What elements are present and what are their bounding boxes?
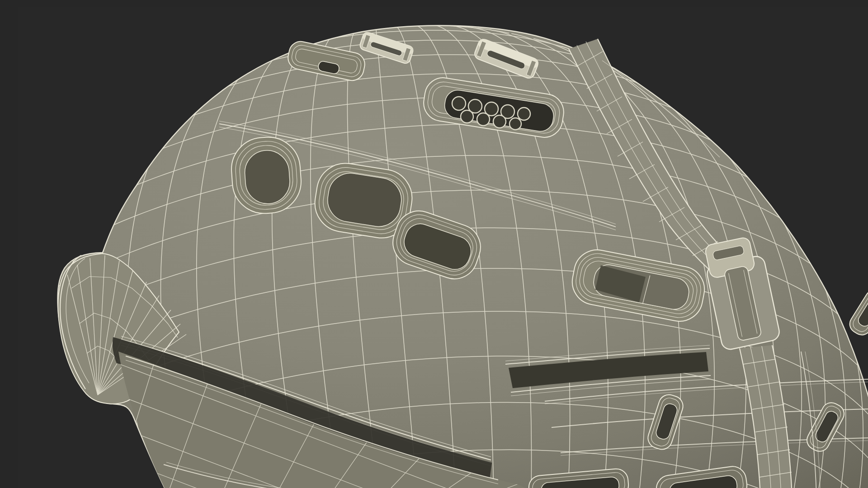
honeycomb-holes-hole [477,113,490,126]
honeycomb-holes-hole [452,97,466,110]
helmet-wireframe-render: Monochrome wireframe 3D render of a ski … [18,7,850,481]
helmet-render-canvas [18,7,868,488]
honeycomb-holes-hole [493,115,506,128]
honeycomb-holes-hole [509,118,521,130]
honeycomb-holes-hole [461,110,473,123]
honeycomb-holes-hole [518,108,530,120]
